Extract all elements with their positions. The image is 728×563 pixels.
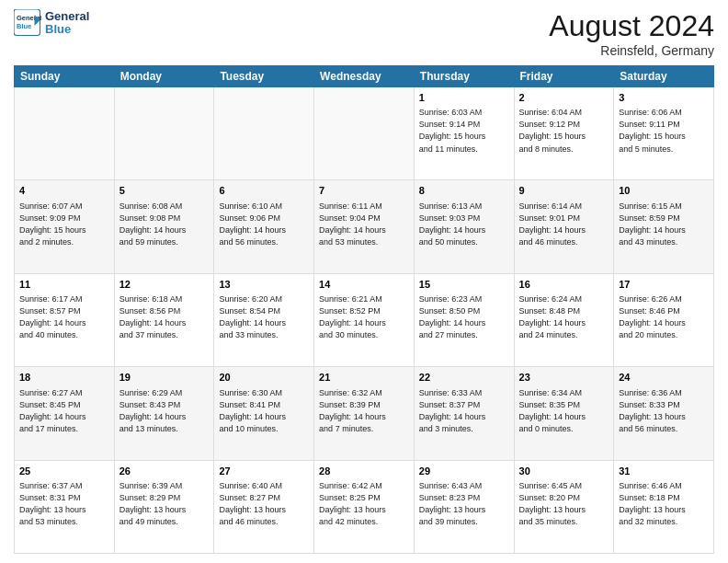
logo: General Blue General Blue [14,9,89,37]
day-info: Sunrise: 6:10 AMSunset: 9:06 PMDaylight:… [219,201,309,248]
table-row: 26Sunrise: 6:39 AMSunset: 8:29 PMDayligh… [114,460,214,553]
day-number: 29 [419,465,509,478]
day-number: 18 [19,371,109,385]
table-row: 5Sunrise: 6:08 AMSunset: 9:08 PMDaylight… [114,180,214,273]
table-row: 25Sunrise: 6:37 AMSunset: 8:31 PMDayligh… [15,460,115,553]
table-row: 24Sunrise: 6:36 AMSunset: 8:33 PMDayligh… [614,367,714,460]
day-number: 15 [419,278,509,292]
day-number: 24 [619,371,709,385]
table-row: 3Sunrise: 6:06 AMSunset: 9:11 PMDaylight… [614,87,714,180]
day-info: Sunrise: 6:32 AMSunset: 8:39 PMDaylight:… [319,387,409,435]
col-thursday: Thursday [414,66,514,87]
day-info: Sunrise: 6:06 AMSunset: 9:11 PMDaylight:… [619,107,709,155]
day-number: 26 [119,465,210,478]
table-row [314,87,415,180]
day-number: 12 [119,278,210,292]
month-title: August 2024 [549,9,714,43]
col-friday: Friday [514,66,614,87]
table-row: 9Sunrise: 6:14 AMSunset: 9:01 PMDaylight… [514,180,614,273]
col-tuesday: Tuesday [214,66,314,87]
table-row [114,87,214,180]
table-row [15,87,115,180]
calendar-week-row: 11Sunrise: 6:17 AMSunset: 8:57 PMDayligh… [15,273,714,366]
table-row: 17Sunrise: 6:26 AMSunset: 8:46 PMDayligh… [614,273,714,366]
day-info: Sunrise: 6:34 AMSunset: 8:35 PMDaylight:… [519,387,609,435]
day-info: Sunrise: 6:14 AMSunset: 9:01 PMDaylight:… [519,201,609,248]
day-number: 23 [519,371,609,385]
day-number: 10 [619,184,709,198]
day-info: Sunrise: 6:15 AMSunset: 8:59 PMDaylight:… [619,201,709,248]
day-info: Sunrise: 6:20 AMSunset: 8:54 PMDaylight:… [219,293,309,341]
table-row: 19Sunrise: 6:29 AMSunset: 8:43 PMDayligh… [114,367,214,460]
day-number: 30 [519,465,609,478]
day-info: Sunrise: 6:43 AMSunset: 8:23 PMDaylight:… [419,480,509,528]
day-info: Sunrise: 6:17 AMSunset: 8:57 PMDaylight:… [19,293,109,341]
table-row: 10Sunrise: 6:15 AMSunset: 8:59 PMDayligh… [614,180,714,273]
day-info: Sunrise: 6:08 AMSunset: 9:08 PMDaylight:… [119,201,210,248]
calendar-week-row: 4Sunrise: 6:07 AMSunset: 9:09 PMDaylight… [15,180,714,273]
table-row: 15Sunrise: 6:23 AMSunset: 8:50 PMDayligh… [414,273,514,366]
table-row: 20Sunrise: 6:30 AMSunset: 8:41 PMDayligh… [214,367,314,460]
day-info: Sunrise: 6:24 AMSunset: 8:48 PMDaylight:… [519,293,609,341]
table-row: 21Sunrise: 6:32 AMSunset: 8:39 PMDayligh… [314,367,415,460]
table-row: 28Sunrise: 6:42 AMSunset: 8:25 PMDayligh… [314,460,415,553]
day-number: 4 [19,184,109,198]
day-info: Sunrise: 6:07 AMSunset: 9:09 PMDaylight:… [19,201,109,248]
table-row: 31Sunrise: 6:46 AMSunset: 8:18 PMDayligh… [614,460,714,553]
day-info: Sunrise: 6:36 AMSunset: 8:33 PMDaylight:… [619,387,709,435]
table-row: 13Sunrise: 6:20 AMSunset: 8:54 PMDayligh… [214,273,314,366]
logo-text: General Blue [45,10,89,37]
day-info: Sunrise: 6:29 AMSunset: 8:43 PMDaylight:… [119,387,210,435]
day-number: 16 [519,278,609,292]
day-number: 13 [219,278,309,292]
table-row: 1Sunrise: 6:03 AMSunset: 9:14 PMDaylight… [414,87,514,180]
title-block: August 2024 Reinsfeld, Germany [549,9,714,58]
day-number: 3 [619,91,709,105]
day-number: 22 [419,371,509,385]
day-number: 14 [319,278,409,292]
day-number: 31 [619,465,709,478]
col-monday: Monday [114,66,214,87]
day-info: Sunrise: 6:21 AMSunset: 8:52 PMDaylight:… [319,293,409,341]
calendar-table: Sunday Monday Tuesday Wednesday Thursday… [14,65,714,554]
day-number: 19 [119,371,210,385]
day-info: Sunrise: 6:40 AMSunset: 8:27 PMDaylight:… [219,480,309,528]
table-row: 11Sunrise: 6:17 AMSunset: 8:57 PMDayligh… [15,273,115,366]
table-row: 14Sunrise: 6:21 AMSunset: 8:52 PMDayligh… [314,273,415,366]
day-number: 28 [319,465,409,478]
day-number: 27 [219,465,309,478]
day-info: Sunrise: 6:30 AMSunset: 8:41 PMDaylight:… [219,387,309,435]
day-info: Sunrise: 6:37 AMSunset: 8:31 PMDaylight:… [19,480,109,528]
table-row: 23Sunrise: 6:34 AMSunset: 8:35 PMDayligh… [514,367,614,460]
location: Reinsfeld, Germany [549,43,714,58]
day-info: Sunrise: 6:03 AMSunset: 9:14 PMDaylight:… [419,107,509,155]
day-info: Sunrise: 6:26 AMSunset: 8:46 PMDaylight:… [619,293,709,341]
table-row: 12Sunrise: 6:18 AMSunset: 8:56 PMDayligh… [114,273,214,366]
day-info: Sunrise: 6:42 AMSunset: 8:25 PMDaylight:… [319,480,409,528]
calendar-week-row: 25Sunrise: 6:37 AMSunset: 8:31 PMDayligh… [15,460,714,553]
table-row: 4Sunrise: 6:07 AMSunset: 9:09 PMDaylight… [15,180,115,273]
day-info: Sunrise: 6:04 AMSunset: 9:12 PMDaylight:… [519,107,609,155]
day-number: 2 [519,91,609,105]
header: General Blue General Blue August 2024 Re… [14,9,714,58]
day-info: Sunrise: 6:46 AMSunset: 8:18 PMDaylight:… [619,480,709,528]
table-row: 18Sunrise: 6:27 AMSunset: 8:45 PMDayligh… [15,367,115,460]
table-row: 16Sunrise: 6:24 AMSunset: 8:48 PMDayligh… [514,273,614,366]
day-number: 8 [419,184,509,198]
col-wednesday: Wednesday [314,66,415,87]
day-number: 20 [219,371,309,385]
col-sunday: Sunday [15,66,115,87]
day-number: 7 [319,184,409,198]
day-info: Sunrise: 6:23 AMSunset: 8:50 PMDaylight:… [419,293,509,341]
table-row: 22Sunrise: 6:33 AMSunset: 8:37 PMDayligh… [414,367,514,460]
table-row [214,87,314,180]
day-info: Sunrise: 6:13 AMSunset: 9:03 PMDaylight:… [419,201,509,248]
day-info: Sunrise: 6:27 AMSunset: 8:45 PMDaylight:… [19,387,109,435]
table-row: 27Sunrise: 6:40 AMSunset: 8:27 PMDayligh… [214,460,314,553]
table-row: 2Sunrise: 6:04 AMSunset: 9:12 PMDaylight… [514,87,614,180]
table-row: 7Sunrise: 6:11 AMSunset: 9:04 PMDaylight… [314,180,415,273]
calendar-week-row: 18Sunrise: 6:27 AMSunset: 8:45 PMDayligh… [15,367,714,460]
table-row: 29Sunrise: 6:43 AMSunset: 8:23 PMDayligh… [414,460,514,553]
logo-icon: General Blue [14,9,41,37]
calendar-header-row: Sunday Monday Tuesday Wednesday Thursday… [15,66,714,87]
